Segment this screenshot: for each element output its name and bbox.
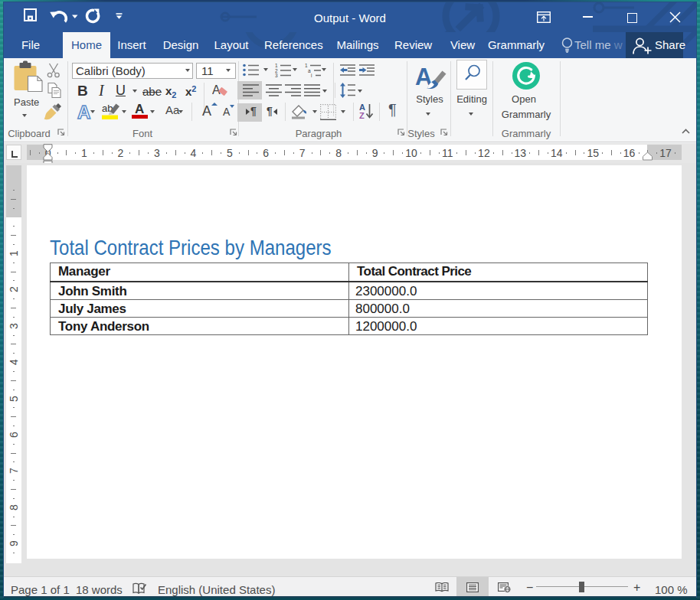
svg-text:3: 3	[275, 73, 278, 77]
svg-text:Z: Z	[359, 111, 365, 120]
svg-text:i: i	[311, 73, 312, 77]
svg-text:A: A	[359, 103, 365, 112]
